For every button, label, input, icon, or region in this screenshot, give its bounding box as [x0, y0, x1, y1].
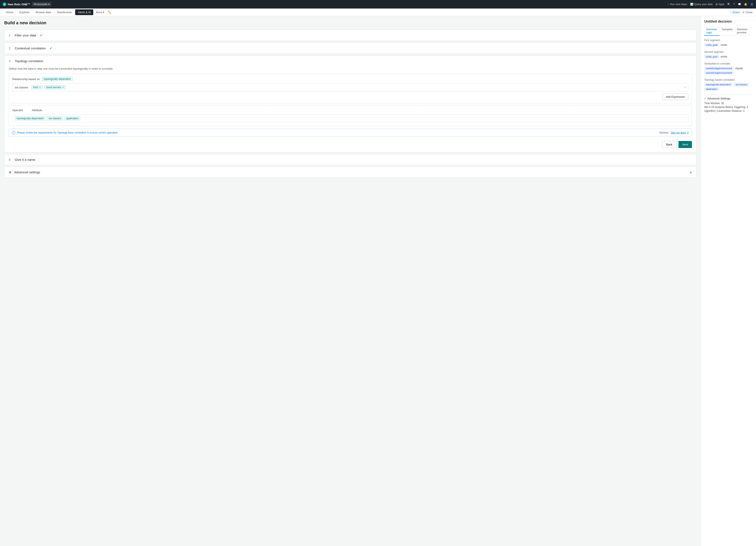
step-1-container: 1 Filter your data ✔	[4, 30, 696, 41]
nav-left: ◎ New Relic ONE™ All accounts ▾	[3, 2, 51, 6]
chevron-down-icon: ∨	[704, 97, 706, 100]
grid-icon: ⊞	[716, 3, 718, 6]
step-3-body: Define how the data in step one must be …	[4, 67, 696, 152]
advanced-time-window: Time Window: 20	[704, 102, 753, 105]
remove-cloud-service-icon[interactable]: ×	[62, 86, 64, 89]
relationship-label: Relationship based on	[12, 78, 40, 81]
add-expression-button[interactable]: Add Expression	[663, 93, 688, 100]
account-dropdown-icon: ▾	[48, 3, 50, 6]
step-2-header[interactable]: 2 Contextual correlation ✔	[4, 43, 696, 54]
close-x-icon: ✕	[742, 11, 745, 14]
logo-text: New Relic ONE™	[8, 3, 30, 6]
first-segment-title: First segment	[704, 39, 753, 42]
nav-browse-data[interactable]: Browse data	[33, 9, 53, 15]
attribute-tab[interactable]: Attribute	[32, 109, 42, 112]
similarities-title: Similarities to correlate	[704, 62, 753, 65]
step-2-check-icon: ✔	[50, 46, 52, 50]
tab-decision-preview[interactable]: Decision preview	[735, 26, 753, 36]
topology-tag-1: topologically dependent	[704, 83, 732, 86]
step-4-number: 4	[9, 158, 12, 161]
share-icon: ↑	[730, 11, 732, 14]
info-banner-text: Please review the requirements for Topol…	[17, 131, 118, 134]
step-3-container: 3 Topology correlation Define how the da…	[4, 56, 696, 152]
search-icon[interactable]: 🔍	[727, 3, 730, 6]
advanced-algorithm: Algorithm | Levenshtein Distance: 3	[704, 109, 753, 112]
similarities-section: Similarities to correlate newrelic/tag/e…	[704, 62, 753, 75]
share-action[interactable]: ↑ Share	[730, 11, 740, 14]
nav-home[interactable]: Home	[3, 9, 16, 15]
nav-more[interactable]: More ▾	[94, 9, 106, 15]
advanced-settings-toggle[interactable]: ∨ Advanced Settings	[704, 97, 753, 100]
remove-host-icon[interactable]: ×	[39, 86, 40, 89]
class-tag-cloud-service: cloud service ×	[44, 85, 66, 89]
account-selector[interactable]: All accounts ▾	[32, 2, 51, 6]
step-1-number: 1	[9, 34, 12, 37]
similarity-tag-equals: equals	[735, 67, 743, 70]
apps-link[interactable]: ⊞ Apps	[716, 3, 724, 6]
page-title: Build a new decision	[4, 20, 696, 25]
next-button[interactable]: Next	[678, 141, 692, 148]
tab-decision-logic[interactable]: Decision logic	[704, 26, 720, 36]
step-2-number: 2	[9, 47, 12, 50]
logo-icon: ◎	[3, 2, 6, 6]
advanced-min-incidents: Min # Of Incidents Before Triggering: 2	[704, 106, 753, 109]
feedback-icon[interactable]: 💬	[738, 3, 741, 6]
account-selector-label: All accounts	[34, 3, 47, 6]
topology-section: Topology based correlation topologically…	[704, 78, 753, 92]
advanced-settings-container: ⚙ Advanced settings ∨	[4, 167, 696, 178]
secondary-navigation: Home Explorer Browse data Dashboards Ale…	[0, 9, 756, 16]
step-4-container: 4 Give it a name	[4, 154, 696, 165]
first-segment-tag-entity-guid: entity_guid	[704, 43, 719, 47]
nav-right: ○ Your next steps 📊 Query your data ⊞ Ap…	[667, 3, 753, 6]
tag-via-classes: via classes	[47, 116, 63, 121]
sidebar-title: Untitled decision	[704, 20, 753, 23]
sidebar-tabs: Decision logic Samples Decision preview	[704, 26, 753, 36]
step-4-title: Give it a name	[15, 158, 35, 161]
advanced-settings-title: Advanced settings	[14, 170, 40, 174]
second-segment-title: Second segment	[704, 50, 753, 53]
step-4-header[interactable]: 4 Give it a name	[4, 154, 696, 165]
logo: ◎ New Relic ONE™	[3, 2, 30, 6]
advanced-settings-header[interactable]: ⚙ Advanced settings ∨	[4, 167, 696, 177]
step-3-title: Topology correlation	[15, 59, 43, 63]
relationship-box: Relationship based on topologically depe…	[9, 74, 692, 103]
step-3-number: 3	[9, 59, 12, 63]
collapse-icon: ∨	[690, 171, 692, 174]
content-area: Build a new decision 1 Filter your data …	[0, 16, 701, 546]
nav-dashboards[interactable]: Dashboards	[54, 9, 74, 15]
tab-samples[interactable]: Samples	[720, 26, 735, 36]
second-segment-tags: entity_guid exists	[704, 55, 753, 59]
query-data-link[interactable]: 📊 Query your data	[690, 3, 713, 6]
step-3-header[interactable]: 3 Topology correlation	[4, 56, 696, 66]
step-2-container: 2 Contextual correlation ✔	[4, 43, 696, 54]
right-sidebar: Untitled decision Decision logic Samples…	[701, 16, 756, 546]
notification-icon[interactable]: 🔔	[744, 3, 747, 6]
info-banner-right: Dismiss See our docs ↗	[659, 131, 689, 134]
help-icon[interactable]: ?	[733, 3, 735, 6]
operator-tab[interactable]: Operator	[12, 109, 23, 112]
user-avatar[interactable]: 👤	[750, 3, 753, 6]
chart-icon: 📊	[690, 3, 693, 6]
step-1-header[interactable]: 1 Filter your data ✔	[4, 30, 696, 41]
back-button[interactable]: Back	[662, 141, 676, 148]
see-our-docs-link[interactable]: See our docs ↗	[671, 131, 689, 134]
nav-explorer[interactable]: Explorer	[17, 9, 32, 15]
external-link-icon: ↗	[687, 131, 689, 134]
info-banner: i Please review the requirements for Top…	[9, 129, 692, 137]
edit-icon[interactable]: ✏️	[107, 10, 112, 15]
clear-all-icon[interactable]: ×	[684, 86, 686, 89]
advanced-settings-items: Time Window: 20 Min # Of Incidents Befor…	[704, 102, 753, 112]
first-segment-tag-exists: exists	[721, 43, 727, 46]
close-action[interactable]: ✕ Close	[742, 11, 753, 14]
your-next-steps-link[interactable]: ○ Your next steps	[667, 3, 687, 6]
dismiss-button[interactable]: Dismiss	[659, 131, 668, 134]
relationship-tag: topologically dependent	[42, 77, 73, 81]
main-layout: Build a new decision 1 Filter your data …	[0, 16, 756, 546]
op-attr-tags-row: topologically dependent via classes appl…	[12, 114, 688, 122]
circle-icon: ○	[667, 3, 669, 6]
tag-topologically-dependent: topologically dependent	[15, 116, 45, 121]
step-2-title: Contextual correlation	[15, 46, 46, 50]
second-segment-tag-entity-guid: entity_guid	[704, 55, 719, 58]
operator-attribute-header: Operator Attribute	[12, 109, 688, 112]
nav-alerts-ai[interactable]: Alerts & AI	[75, 9, 93, 15]
